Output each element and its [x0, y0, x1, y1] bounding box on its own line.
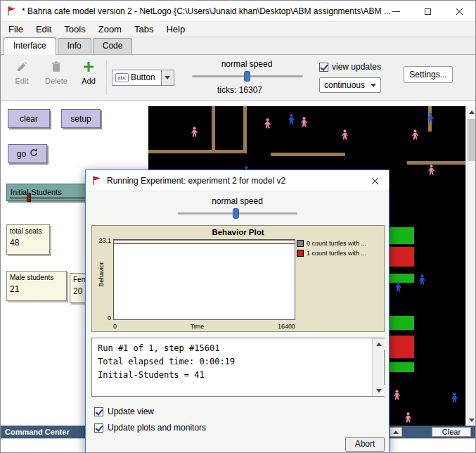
- update-mode-value: continuous: [324, 80, 365, 90]
- menu-bar: FileEditToolsZoomTabsHelp: [1, 22, 475, 37]
- maximize-button[interactable]: [412, 1, 444, 22]
- triangle-up-icon: [376, 343, 382, 346]
- tab-strip: InterfaceInfoCode: [1, 37, 475, 55]
- minimize-icon: [392, 11, 400, 12]
- scroll-up-button[interactable]: [466, 106, 476, 117]
- netlogo-flag-icon: [6, 6, 17, 18]
- command-center-title: Command Center: [5, 428, 70, 436]
- update-mode-dropdown[interactable]: continuous: [319, 77, 381, 93]
- x-axis-label: Time: [191, 323, 205, 330]
- wall-segment: [271, 153, 345, 156]
- window-title: * Bahria cafe model version 2 - NetLogo …: [22, 1, 391, 22]
- menu-item-zoom[interactable]: Zoom: [92, 22, 128, 37]
- triangle-up-icon: [469, 110, 475, 114]
- menu-item-help[interactable]: Help: [160, 22, 191, 37]
- plot-legend: 0 count turtles with ...1 count turtles …: [297, 240, 381, 257]
- menu-item-file[interactable]: File: [2, 22, 30, 37]
- person-turtle-blue: [449, 390, 460, 405]
- abort-button[interactable]: Abort: [345, 437, 385, 452]
- tab-info[interactable]: Info: [58, 38, 91, 54]
- add-button-label: Add: [82, 77, 96, 85]
- speed-slider-label: normal speed: [184, 59, 310, 69]
- view-updates-checkbox-box: [319, 63, 328, 72]
- checkbox-box: [94, 423, 103, 433]
- person-turtle-blue: [417, 272, 427, 287]
- setup-button-label: setup: [70, 114, 91, 124]
- interface-toolbar: Edit Delete Add abc Button normal speed …: [1, 55, 475, 101]
- checkbox-label: Update plots and monitors: [108, 423, 206, 433]
- go-button[interactable]: go: [8, 144, 47, 163]
- netlogo-window: * Bahria cafe model version 2 - NetLogo …: [0, 0, 476, 453]
- pencil-icon: [16, 61, 27, 75]
- wall-segment: [212, 106, 215, 153]
- output-scrollbar[interactable]: [372, 338, 384, 396]
- output-line: Total elapsed time: 0:00:19: [98, 355, 378, 369]
- monitor-label: total seats: [10, 227, 46, 235]
- checkbox-update-plots-and-monitors[interactable]: Update plots and monitors: [94, 423, 206, 433]
- wall-segment: [243, 106, 247, 153]
- scroll-down-button[interactable]: [373, 385, 385, 396]
- menu-item-tools[interactable]: Tools: [58, 22, 91, 37]
- menu-item-edit[interactable]: Edit: [30, 22, 58, 37]
- tab-code[interactable]: Code: [93, 38, 133, 54]
- netlogo-flag-icon: [91, 175, 102, 188]
- monitor-label: Male students: [10, 274, 63, 281]
- vertical-scrollbar[interactable]: [465, 106, 476, 426]
- forever-refresh-icon: [30, 148, 38, 159]
- running-experiment-dialog: Running Experiment: experiment 2 for mod…: [85, 170, 390, 453]
- plot-title: Behavior Plot: [92, 228, 384, 236]
- view-updates-checkbox[interactable]: view updates: [319, 62, 381, 72]
- add-widget-button[interactable]: Add: [77, 61, 101, 85]
- male-students-monitor: Male students 21: [6, 271, 67, 301]
- plot-lines-svg: [114, 240, 295, 319]
- total-seats-monitor: total seats 48: [6, 224, 50, 255]
- trash-icon: [51, 61, 61, 75]
- output-line: Initial-Students = 41: [98, 369, 378, 382]
- checkbox-update-view[interactable]: Update view: [94, 407, 206, 416]
- command-center-expand-button[interactable]: [390, 427, 402, 437]
- experiment-output[interactable]: Run #1 of 1, step #15601Total elapsed ti…: [91, 338, 385, 397]
- scroll-up-button[interactable]: [373, 338, 385, 350]
- dialog-close-button[interactable]: [361, 170, 389, 191]
- wall-segment: [428, 106, 432, 132]
- output-line: Run #1 of 1, step #15601: [98, 342, 378, 355]
- widget-dropdown-arrow[interactable]: [161, 70, 174, 85]
- delete-button-label: Delete: [45, 77, 67, 85]
- x-axis-row: 0 Time 16400: [113, 323, 295, 330]
- triangle-down-icon: [376, 389, 382, 393]
- legend-entry: 0 count turtles with ...: [297, 240, 381, 247]
- minimize-button[interactable]: [380, 1, 412, 22]
- triangle-down-icon: [469, 419, 475, 422]
- speed-slider-handle[interactable]: [244, 71, 250, 82]
- close-button[interactable]: [444, 1, 475, 22]
- legend-entry: 1 count turtles with ...: [297, 250, 381, 257]
- chevron-down-icon: [165, 76, 170, 79]
- delete-widget-button[interactable]: Delete: [41, 61, 71, 85]
- person-turtle-pink: [189, 125, 200, 139]
- edit-widget-button[interactable]: Edit: [9, 61, 34, 85]
- scroll-down-button[interactable]: [466, 414, 476, 426]
- tab-interface[interactable]: Interface: [4, 37, 56, 55]
- dialog-speed-handle[interactable]: [233, 208, 239, 219]
- toolbar-separator: [106, 60, 107, 95]
- dialog-title-bar: Running Experiment: experiment 2 for mod…: [86, 170, 389, 191]
- slider-handle[interactable]: [27, 193, 31, 202]
- view-updates-label: view updates: [332, 62, 381, 72]
- person-turtle-blue: [286, 112, 297, 127]
- legend-swatch: [297, 240, 304, 247]
- person-turtle-pink: [403, 410, 413, 425]
- widget-type-dropdown[interactable]: abc Button: [112, 70, 174, 86]
- menu-item-tabs[interactable]: Tabs: [128, 22, 160, 37]
- scrollbar-thumb[interactable]: [468, 119, 476, 161]
- title-bar: * Bahria cafe model version 2 - NetLogo …: [1, 1, 475, 22]
- command-center-clear-button[interactable]: Clear: [432, 427, 471, 437]
- legend-label: 0 count turtles with ...: [307, 240, 366, 247]
- clear-button[interactable]: clear: [8, 109, 50, 128]
- y-axis-label: Behavior: [98, 253, 105, 295]
- setup-button[interactable]: setup: [61, 109, 101, 128]
- settings-button[interactable]: Settings...: [404, 66, 453, 83]
- person-turtle-pink: [299, 115, 309, 129]
- x-axis-min-tick: 0: [113, 323, 117, 330]
- wall-segment: [148, 150, 247, 153]
- go-button-label: go: [17, 149, 26, 159]
